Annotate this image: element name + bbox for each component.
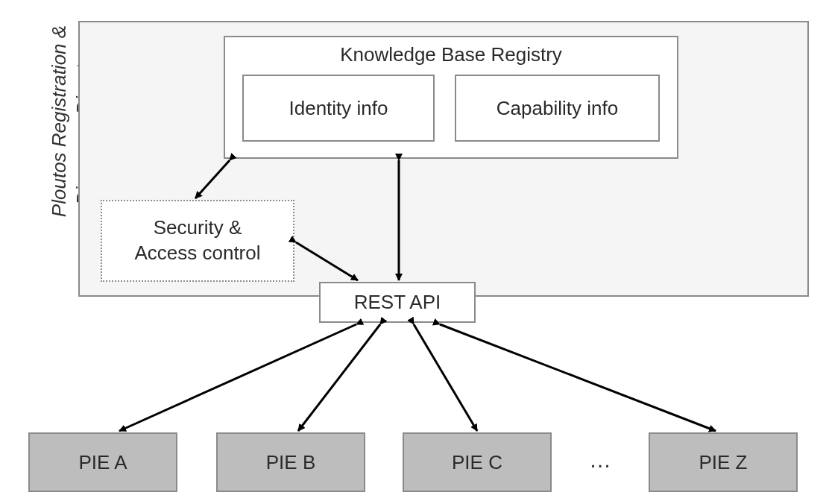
kbr-label: Knowledge Base Registry (340, 43, 562, 66)
pie-c-box: PIE C (403, 432, 552, 492)
pie-a-label: PIE A (78, 451, 127, 474)
pie-b-label: PIE B (266, 451, 315, 474)
pie-b-box: PIE B (216, 432, 365, 492)
svg-line-4 (298, 324, 380, 431)
identity-info-box: Identity info (242, 75, 435, 142)
capability-info-box: Capability info (455, 75, 660, 142)
security-line1: Security & (154, 215, 242, 241)
pie-z-box: PIE Z (649, 432, 798, 492)
svg-line-6 (440, 324, 716, 431)
pie-a-box: PIE A (28, 432, 177, 492)
diagram-canvas: Ploutos Registration & Discovery Directo… (0, 0, 829, 504)
identity-label: Identity info (289, 97, 388, 120)
rest-api-box: REST API (319, 282, 476, 323)
pie-c-label: PIE C (452, 451, 502, 474)
capability-label: Capability info (497, 97, 618, 120)
rest-label: REST API (354, 291, 441, 314)
ellipsis: … (589, 447, 611, 473)
security-access-box: Security & Access control (101, 200, 294, 282)
pie-z-label: PIE Z (699, 451, 747, 474)
svg-line-5 (414, 324, 477, 431)
security-line2: Access control (134, 241, 260, 266)
svg-line-3 (119, 324, 356, 431)
